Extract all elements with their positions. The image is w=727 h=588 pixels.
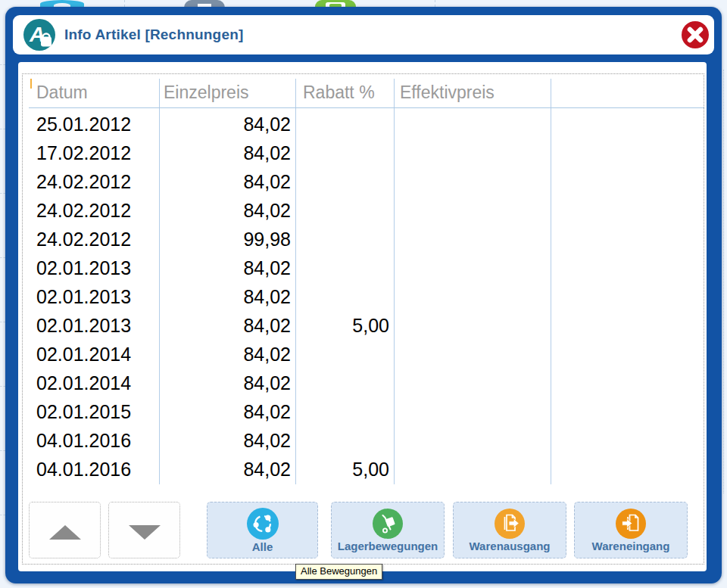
- column-header-rabatt[interactable]: Rabatt %: [303, 82, 375, 103]
- table-row[interactable]: 02.01.201384,02: [18, 282, 704, 311]
- warenausgang-button-label: Warenausgang: [470, 540, 551, 552]
- table-cell: 84,02: [162, 167, 291, 196]
- alle-button[interactable]: Alle: [207, 502, 318, 558]
- dialog-content: Datum Einzelpreis Rabatt % Effektivpreis…: [18, 62, 707, 571]
- table-cell: 02.01.2015: [36, 397, 158, 426]
- background-divider: [723, 70, 724, 493]
- table-row[interactable]: 04.01.201684,025,00: [18, 455, 704, 484]
- table-cell: 84,02: [162, 455, 291, 484]
- table-cell: 84,02: [162, 340, 291, 369]
- table-cell: 24.02.2012: [36, 225, 158, 254]
- table-row[interactable]: 24.02.201284,02: [18, 167, 704, 196]
- background-divider: [0, 193, 5, 194]
- table-row[interactable]: 25.01.201284,02: [18, 110, 704, 138]
- table-row[interactable]: 02.01.201484,02: [18, 369, 704, 397]
- lagerbewegungen-button-label: Lagerbewegungen: [338, 540, 438, 552]
- cycle-share-icon: [247, 508, 279, 540]
- table-cell: 24.02.2012: [36, 196, 158, 225]
- document-arrow-out-icon: [495, 509, 525, 539]
- table-cell: 84,02: [162, 426, 291, 455]
- table-row[interactable]: 02.01.201584,02: [18, 397, 704, 426]
- wareneingang-button-label: Wareneingang: [592, 540, 670, 552]
- table-cell: 25.01.2012: [36, 110, 158, 138]
- alle-button-label: Alle: [252, 540, 273, 553]
- arrow-down-icon: [129, 525, 161, 540]
- header-underline: [29, 107, 704, 108]
- table-row[interactable]: 04.01.201684,02: [18, 426, 704, 455]
- table-cell: 04.01.2016: [36, 455, 158, 484]
- document-arrow-in-icon: [616, 509, 646, 539]
- table-cell: 04.01.2016: [36, 426, 158, 455]
- info-artikel-dialog: A Info Artikel [Rechnungen] Datum Einzel…: [5, 7, 722, 583]
- dialog-title: Info Artikel [Rechnungen]: [64, 26, 244, 43]
- column-header-effektivpreis[interactable]: Effektivpreis: [400, 82, 495, 103]
- table-cell: 84,02: [162, 311, 291, 340]
- table-row[interactable]: 24.02.201284,02: [18, 196, 704, 225]
- background-divider: [435, 0, 435, 7]
- warenausgang-button[interactable]: Warenausgang: [453, 502, 566, 558]
- dialog-titlebar: A Info Artikel [Rechnungen]: [13, 15, 714, 54]
- app-logo-icon: A: [23, 18, 56, 51]
- background-divider: [0, 129, 5, 129]
- table-cell: 84,02: [162, 254, 291, 282]
- table-cell: 84,02: [162, 282, 291, 311]
- tooltip: Alle Bewegungen: [295, 564, 382, 580]
- close-button[interactable]: [681, 20, 710, 49]
- background-divider: [0, 64, 5, 65]
- column-header-datum[interactable]: Datum: [36, 82, 88, 103]
- background-divider: [0, 450, 5, 451]
- table-row[interactable]: 02.01.201384,025,00: [18, 311, 704, 340]
- table-cell: 84,02: [162, 196, 291, 225]
- arrow-up-icon: [49, 525, 81, 540]
- table-cell: 84,02: [162, 110, 291, 138]
- table-cell: 5,00: [298, 311, 389, 340]
- grid-header-row: Datum Einzelpreis Rabatt % Effektivpreis: [18, 82, 704, 107]
- table-row[interactable]: 02.01.201384,02: [18, 254, 704, 282]
- hand-truck-icon: [373, 509, 403, 539]
- table-cell: 02.01.2013: [36, 282, 158, 311]
- table-row[interactable]: 17.02.201284,02: [18, 138, 704, 167]
- table-row[interactable]: 02.01.201484,02: [18, 340, 704, 369]
- table-body: 25.01.201284,0217.02.201284,0224.02.2012…: [18, 110, 704, 484]
- table-cell: 02.01.2014: [36, 340, 158, 369]
- background-divider: [0, 322, 5, 322]
- table-cell: 24.02.2012: [36, 167, 158, 196]
- table-cell: 84,02: [162, 397, 291, 426]
- column-header-einzelpreis[interactable]: Einzelpreis: [164, 82, 249, 103]
- background-divider: [0, 386, 5, 387]
- table-cell: 02.01.2014: [36, 369, 158, 397]
- close-icon: [681, 20, 710, 49]
- scroll-up-button[interactable]: [29, 502, 101, 558]
- table-cell: 99,98: [162, 225, 291, 254]
- table-cell: 5,00: [298, 455, 389, 484]
- table-cell: 84,02: [162, 369, 291, 397]
- table-row[interactable]: 24.02.201299,98: [18, 225, 704, 254]
- table-cell: 84,02: [162, 138, 291, 167]
- wareneingang-button[interactable]: Wareneingang: [574, 502, 688, 558]
- background-divider: [124, 0, 125, 7]
- background-divider: [0, 257, 5, 258]
- table-cell: 02.01.2013: [36, 254, 158, 282]
- scroll-down-button[interactable]: [108, 502, 180, 558]
- table-cell: 17.02.2012: [36, 138, 158, 167]
- lagerbewegungen-button[interactable]: Lagerbewegungen: [331, 502, 445, 558]
- background-divider: [0, 515, 5, 515]
- table-cell: 02.01.2013: [36, 311, 158, 340]
